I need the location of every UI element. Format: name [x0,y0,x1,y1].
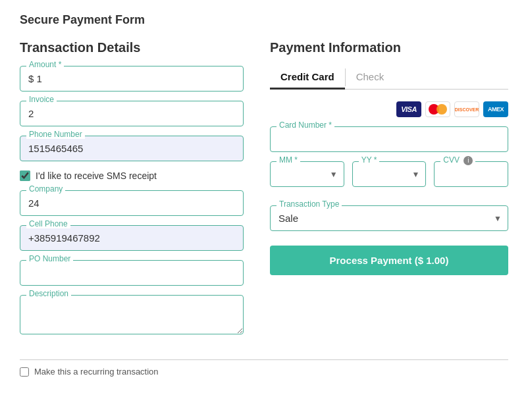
company-input[interactable] [20,190,244,216]
phone-field-group: Phone Number [20,136,244,161]
po-number-label: PO Number [26,254,73,263]
payment-section-title: Payment Information [270,40,508,55]
company-label: Company [26,184,65,194]
amount-field-group: Amount * [20,66,244,92]
amount-label: Amount * [26,60,64,69]
tab-row: Credit Card Check [270,66,508,90]
recurring-checkbox[interactable] [20,367,29,377]
amount-input[interactable] [20,66,244,92]
invoice-label: Invoice [26,95,57,104]
sms-checkbox[interactable] [20,171,30,181]
cvv-label: CVV i [440,155,475,165]
card-number-label: Card Number * [277,120,334,130]
phone-input[interactable] [20,136,244,161]
transaction-type-field-group: Transaction Type Sale Auth ▼ [270,205,508,231]
mm-field-group: MM * 010203 040506 070809 101112 ▼ [270,161,344,187]
bottom-bar: Make this a recurring transaction [20,359,508,377]
cell-phone-field-group: Cell Phone [20,225,244,251]
page-container: Secure Payment Form Transaction Details … [0,0,528,420]
mm-label: MM * [277,155,300,165]
transaction-section-title: Transaction Details [20,40,244,55]
cvv-field-group: CVV i [434,161,508,187]
cvv-input[interactable] [434,161,508,187]
description-input[interactable] [20,295,244,334]
process-payment-button[interactable]: Process Payment ($ 1.00) [270,246,508,275]
tab-check[interactable]: Check [346,66,395,90]
page-title: Secure Payment Form [20,13,508,27]
card-number-input[interactable] [270,126,508,152]
cvv-info-icon: i [463,156,473,165]
right-column: Payment Information Credit Card Check VI… [270,40,508,346]
cell-phone-input[interactable] [20,225,244,251]
amex-icon: AMEX [483,101,508,117]
sms-checkbox-label: I'd like to receive SMS receipt [36,171,157,181]
card-number-field-group: Card Number * [270,126,508,152]
main-layout: Transaction Details Amount * Invoice Pho… [20,40,508,346]
po-number-input[interactable] [20,260,244,286]
description-label: Description [26,289,71,298]
recurring-label: Make this a recurring transaction [34,367,159,377]
cell-phone-label: Cell Phone [26,219,70,228]
date-row: MM * 010203 040506 070809 101112 ▼ YY * … [270,161,508,196]
company-field-group: Company [20,190,244,216]
tab-credit-card[interactable]: Credit Card [270,66,345,90]
mm-select[interactable]: 010203 040506 070809 101112 [270,161,344,187]
card-icons-row: VISA DISCOVER AMEX [270,101,508,117]
transaction-type-select[interactable]: Sale Auth [270,205,508,231]
transaction-type-label: Transaction Type [277,199,342,209]
invoice-field-group: Invoice [20,101,244,126]
sms-checkbox-row: I'd like to receive SMS receipt [20,171,244,181]
discover-icon: DISCOVER [454,101,479,117]
visa-icon: VISA [396,101,421,117]
po-number-field-group: PO Number [20,260,244,286]
yy-select[interactable]: 202420252026 202720282029 2030 [352,161,427,187]
yy-label: YY * [359,155,380,165]
left-column: Transaction Details Amount * Invoice Pho… [20,40,244,346]
mastercard-icon [425,101,450,117]
description-field-group: Description [20,295,244,337]
invoice-input[interactable] [20,101,244,126]
yy-field-group: YY * 202420252026 202720282029 2030 ▼ [352,161,427,187]
phone-label: Phone Number [26,130,85,139]
